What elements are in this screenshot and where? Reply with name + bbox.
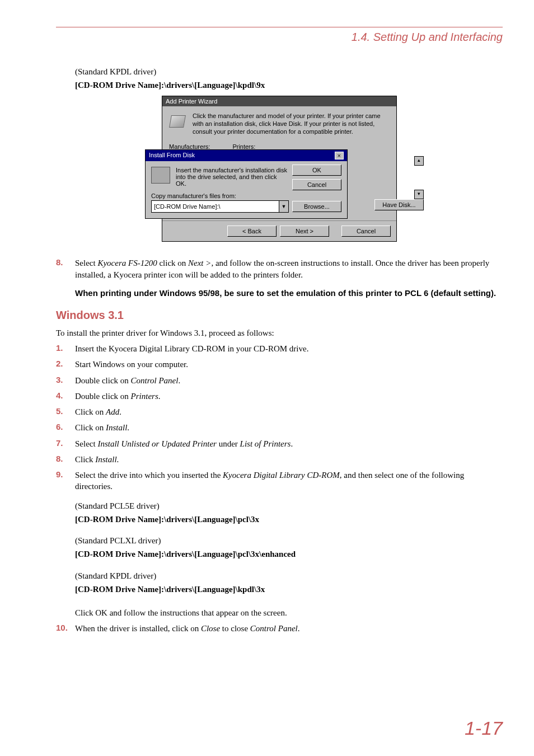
wizard-next-button[interactable]: Next > <box>280 226 329 237</box>
step-number: 5. <box>56 406 75 417</box>
section-heading-windows31: Windows 3.1 <box>56 309 503 322</box>
step-number: 6. <box>56 422 75 433</box>
header-rule <box>56 27 503 27</box>
wizard-back-button[interactable]: < Back <box>227 226 277 237</box>
pclxl-note: (Standard PCLXL driver) <box>75 535 503 546</box>
wizard-description: Click the manufacturer and model of your… <box>193 112 390 136</box>
disk-icon <box>151 167 170 184</box>
step-number: 3. <box>56 375 75 386</box>
step-text: Start Windows on your computer. <box>75 359 503 370</box>
header-breadcrumb: 1.4. Setting Up and Interfacing <box>56 31 503 44</box>
ifd-path-combo[interactable]: ▼ <box>151 200 289 213</box>
step-number: 8. <box>56 257 75 280</box>
step-number: 7. <box>56 438 75 449</box>
pcl5e-path: [CD-ROM Drive Name]:\drivers\[Language]\… <box>75 514 503 525</box>
ifd-path-input[interactable] <box>152 201 279 212</box>
wizard-title-bar: Add Printer Wizard <box>162 96 396 106</box>
step-text: Insert the Kyocera Digital Library CD-RO… <box>75 343 503 354</box>
kpdl3x-note: (Standard KPDL driver) <box>75 570 503 581</box>
step-text: Click on Add. <box>75 406 503 417</box>
chevron-down-icon[interactable]: ▼ <box>279 201 288 212</box>
ifd-ok-button[interactable]: OK <box>292 165 341 176</box>
add-printer-wizard-dialog: Add Printer Wizard Click the manufacture… <box>162 96 397 242</box>
kpdl-driver-path: [CD-ROM Drive Name]:\drivers\[Language]\… <box>75 79 503 91</box>
close-icon[interactable]: × <box>335 152 344 159</box>
kpdl-driver-note: (Standard KPDL driver) <box>75 66 503 77</box>
ifd-copy-label: Copy manufacturer's files from: <box>146 192 347 200</box>
step-text: Click Install. <box>75 454 503 465</box>
step-number: 8. <box>56 454 75 465</box>
step-text: When the driver is installed, click on C… <box>75 623 503 634</box>
step-number: 10. <box>56 623 75 634</box>
scroll-up-icon[interactable]: ▴ <box>414 156 424 166</box>
have-disk-button[interactable]: Have Disk... <box>374 199 424 210</box>
pcl5e-note: (Standard PCL5E driver) <box>75 500 503 511</box>
ifd-browse-button[interactable]: Browse... <box>292 201 341 212</box>
scroll-down-icon[interactable]: ▾ <box>414 190 424 199</box>
step-text: Double click on Printers. <box>75 391 503 402</box>
step8-text: Select Kyocera FS-1200 click on Next >, … <box>75 257 503 280</box>
step-text: Select the drive into which you inserted… <box>75 469 503 492</box>
emulation-note: When printing under Windows 95/98, be su… <box>75 287 503 299</box>
printer-icon <box>169 112 187 130</box>
step-text: Double click on Control Panel. <box>75 375 503 386</box>
step-number: 2. <box>56 359 75 370</box>
ifd-title-text: Install From Disk <box>149 152 195 159</box>
step-number: 4. <box>56 391 75 402</box>
pclxl-path: [CD-ROM Drive Name]:\drivers\[Language]\… <box>75 548 503 560</box>
ifd-instruction: Insert the manufacturer's installation d… <box>176 167 288 187</box>
step-number: 1. <box>56 343 75 354</box>
kpdl3x-path: [CD-ROM Drive Name]:\drivers\[Language]\… <box>75 584 503 595</box>
step-text: Click on Install. <box>75 422 503 433</box>
install-from-disk-dialog: Install From Disk × Insert the manufactu… <box>145 149 348 219</box>
wizard-cancel-button[interactable]: Cancel <box>341 226 391 237</box>
ifd-cancel-button[interactable]: Cancel <box>292 179 341 190</box>
page-number: 1-17 <box>465 717 503 739</box>
step9-tail: Click OK and follow the instructions tha… <box>75 607 503 618</box>
step-text: Select Install Unlisted or Updated Print… <box>75 438 503 449</box>
step-number: 9. <box>56 469 75 492</box>
section-lead: To install the printer driver for Window… <box>56 327 503 339</box>
